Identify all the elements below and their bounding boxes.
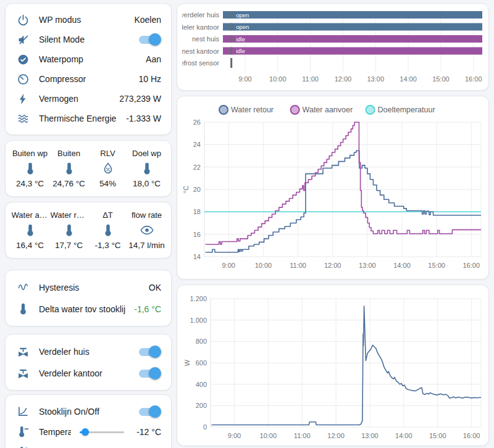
row-hysteresis[interactable]: Hysteresis OK <box>15 276 161 298</box>
entity-value: OK <box>149 283 161 292</box>
svg-text:20: 20 <box>193 186 201 193</box>
thermometer-icon <box>101 223 115 238</box>
thermometer-minus-icon <box>15 425 30 439</box>
check-circle-icon <box>15 52 30 67</box>
svg-text:15:00: 15:00 <box>429 432 446 439</box>
toggle-thumb <box>149 346 161 358</box>
volume-off-icon <box>15 32 30 47</box>
glance-value: 18,0 °C <box>133 179 161 188</box>
row-compressor[interactable]: Compressor 10 Hz <box>15 69 161 89</box>
svg-text:22: 22 <box>193 164 201 171</box>
glance-label: Water aanv... <box>12 210 49 220</box>
heatpump-dashboard: WP modus Koelen Silent Mode Waterpomp Aa… <box>0 0 494 448</box>
entity-name: Vermogen <box>39 94 111 104</box>
glance-item-water-retour[interactable]: Water retour 17,7 °C <box>49 210 88 250</box>
glance-value: 54% <box>99 179 116 188</box>
thermometer-icon <box>23 223 37 238</box>
svg-text:12:00: 12:00 <box>335 75 352 83</box>
svg-text:0: 0 <box>203 423 207 431</box>
svg-text:12:00: 12:00 <box>327 432 345 439</box>
water-glance-card: Water aanv... 16,4 °C Water retour 17,7 … <box>5 202 172 259</box>
svg-text:open: open <box>236 12 249 19</box>
valve-icon <box>15 344 30 359</box>
row-vermogen[interactable]: Vermogen 273,239 W <box>15 89 161 109</box>
slider-thumb[interactable] <box>82 428 89 436</box>
entity-value: -1.333 W <box>126 114 161 123</box>
svg-text:nest huis: nest huis <box>192 35 220 43</box>
glance-item-flow-rate[interactable]: flow rate 14,7 l/min <box>127 210 166 250</box>
verdeler-kantoor-toggle[interactable] <box>138 367 161 380</box>
row-thermische-energie[interactable]: Thermische Energie -1.333 W <box>15 109 161 128</box>
state-timeline-chart[interactable]: 9:0010:0011:0012:0013:0014:0015:0016:00v… <box>182 9 485 86</box>
glance-item-doel-wp[interactable]: Doel wp 18,0 °C <box>127 149 166 188</box>
svg-text:9:00: 9:00 <box>228 432 241 439</box>
svg-text:11:00: 11:00 <box>290 262 306 269</box>
stooklijn-toggle[interactable] <box>138 405 161 418</box>
svg-text:nest kantoor: nest kantoor <box>182 48 219 55</box>
row-delta-stooklijn[interactable]: Delta water tov stooklijn -1,6 °C <box>15 298 161 320</box>
temp-buiten-min-slider[interactable] <box>80 426 124 438</box>
row-stooklijn-onoff[interactable]: Stooklijn On/Off <box>15 401 161 421</box>
state-timeline-card: 9:0010:0011:0012:0013:0014:0015:0016:00v… <box>177 3 489 91</box>
svg-text:Water retour: Water retour <box>231 106 274 114</box>
entity-name: Delta water tov stooklijn <box>39 304 125 314</box>
glance-item-rlv[interactable]: RLV 54% <box>88 149 127 188</box>
svg-text:9:00: 9:00 <box>222 262 235 269</box>
row-wp-modus[interactable]: WP modus Koelen <box>15 10 161 30</box>
power-icon <box>15 12 30 27</box>
svg-text:Water aanvoer: Water aanvoer <box>303 106 353 114</box>
glance-item-buiten-wp[interactable]: Buiten wp 24,3 °C <box>10 149 49 188</box>
eye-icon <box>140 223 154 238</box>
power-chart-card: 02004006008001.0001.2009:0010:0011:0012:… <box>177 284 489 446</box>
silent-mode-toggle[interactable] <box>138 33 161 46</box>
glance-label: Buiten <box>57 149 80 158</box>
glance-label: Doel wp <box>132 149 161 158</box>
svg-text:open: open <box>236 23 249 30</box>
left-column: WP modus Koelen Silent Mode Waterpomp Aa… <box>5 3 172 448</box>
hysteresis-card: Hysteresis OK Delta water tov stooklijn … <box>5 270 172 326</box>
entity-name: Verdeler huis <box>39 347 129 357</box>
entity-name: WP modus <box>39 15 125 25</box>
entity-name: Waterpomp <box>39 54 137 64</box>
glance-value: 24,76 °C <box>52 179 85 188</box>
wp-status-card: WP modus Koelen Silent Mode Waterpomp Aa… <box>5 3 172 135</box>
chart-line-icon <box>15 404 30 419</box>
entity-name: Hysteresis <box>39 283 140 292</box>
svg-text:11:00: 11:00 <box>302 75 319 83</box>
glance-item-buiten[interactable]: Buiten 24,76 °C <box>49 149 88 188</box>
power-line-chart[interactable]: 02004006008001.0001.2009:0010:0011:0012:… <box>182 290 485 442</box>
temp-buiten-max-slider[interactable] <box>80 446 124 448</box>
entity-value: 273,239 W <box>119 94 161 104</box>
gauge-icon <box>15 72 30 86</box>
row-verdeler-kantoor[interactable]: Verdeler kantoor <box>15 362 161 384</box>
row-silent-mode[interactable]: Silent Mode <box>15 30 161 49</box>
entity-value: -12 °C <box>134 427 161 437</box>
temperature-line-chart[interactable]: 141618202224269:0010:0011:0012:0013:0014… <box>182 101 485 275</box>
svg-text:24: 24 <box>193 141 201 148</box>
temperature-chart-card: 141618202224269:0010:0011:0012:0013:0014… <box>177 96 489 280</box>
glance-label: flow rate <box>132 210 162 220</box>
glance-label: Buiten wp <box>12 149 48 158</box>
glance-value: 17,7 °C <box>55 241 83 250</box>
verdeler-huis-toggle[interactable] <box>138 346 161 358</box>
svg-text:W: W <box>183 359 191 366</box>
svg-text:9:00: 9:00 <box>238 75 251 83</box>
glance-value: -1,3 °C <box>94 241 120 250</box>
row-waterpomp[interactable]: Waterpomp Aan <box>15 49 161 69</box>
glance-item-delta-t[interactable]: ΔT -1,3 °C <box>88 210 127 250</box>
svg-text:13:00: 13:00 <box>359 262 376 269</box>
glance-label: RLV <box>100 149 115 158</box>
svg-text:Defrost sensor: Defrost sensor <box>182 59 219 67</box>
svg-text:10:00: 10:00 <box>260 432 277 439</box>
row-temp-buiten-min[interactable]: Temperatuur buiten -12 °C <box>15 421 161 442</box>
svg-text:15:00: 15:00 <box>432 75 450 83</box>
row-temp-buiten-max[interactable]: Temperatuur buiten 16 °C <box>15 442 161 448</box>
glance-item-water-aanvoer[interactable]: Water aanv... 16,4 °C <box>10 210 49 250</box>
svg-text:26: 26 <box>193 118 201 126</box>
svg-text:16:00: 16:00 <box>463 432 480 439</box>
water-percent-icon <box>101 161 115 176</box>
toggle-thumb <box>149 405 161 418</box>
entity-name: Stooklijn On/Off <box>39 407 129 417</box>
row-verdeler-huis[interactable]: Verdeler huis <box>15 341 161 362</box>
svg-text:idle: idle <box>236 36 245 43</box>
